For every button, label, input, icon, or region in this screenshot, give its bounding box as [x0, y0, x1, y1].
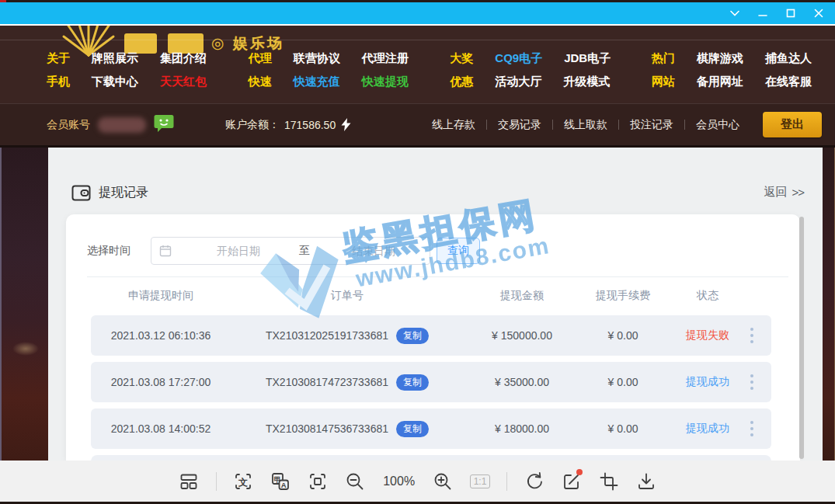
- nav-item[interactable]: 棋牌游戏: [697, 51, 743, 66]
- withdrawal-records-card: 选择时间 至 查询 申请提现时间: [66, 214, 800, 461]
- nav-row-2: 手机下载中心天天红包快速快速充值快速提现优惠活动大厅升级模式网站备用网址在线客服: [47, 75, 821, 89]
- search-button[interactable]: 查询: [437, 238, 480, 264]
- balance-value: 171586.50: [284, 119, 336, 131]
- nav-group: 代理联营协议代理注册: [249, 51, 418, 66]
- nav-item[interactable]: 快速提现: [362, 75, 409, 89]
- rotate-right-icon[interactable]: [524, 471, 544, 492]
- actual-size-button[interactable]: 1:1: [470, 474, 491, 488]
- date-filter-label: 选择时间: [87, 244, 130, 258]
- nav-item[interactable]: 天天红包: [160, 75, 207, 89]
- nav-group: 热门棋牌游戏捕鱼达人: [652, 51, 821, 66]
- account-bar: 会员账号 账户余额：171586.50 线上存款交易记录线上取款投注记录会员中心…: [0, 103, 835, 145]
- nav-item[interactable]: 优惠: [450, 75, 473, 89]
- account-link[interactable]: 交易记录: [487, 118, 552, 132]
- order-number: TX210308174723733681: [266, 376, 388, 388]
- viewer-toolbar: 文 甲A 100% 1:1: [0, 461, 835, 502]
- table-rows: 2021.03.12 06:10:36 TX210312025191733681…: [66, 314, 800, 461]
- nav-item[interactable]: JDB电子: [564, 51, 611, 66]
- end-date-input[interactable]: [315, 244, 433, 258]
- edit-icon[interactable]: [561, 471, 582, 492]
- col-header-fee: 提现手续费: [580, 289, 666, 303]
- date-range-picker[interactable]: 至: [151, 237, 430, 265]
- row-fee: ¥ 0.00: [580, 329, 666, 342]
- table-row: 2021.03.08 14:00:52 TX210308147536733681…: [91, 408, 771, 449]
- copy-button[interactable]: 复制: [396, 374, 429, 391]
- back-chevrons-icon: >>: [792, 186, 804, 199]
- nav-item[interactable]: 代理: [249, 51, 272, 66]
- toolbar-divider: [506, 472, 507, 491]
- chat-message-icon[interactable]: [154, 114, 174, 136]
- zoom-in-icon[interactable]: [433, 471, 454, 492]
- nav-item[interactable]: 下载中心: [92, 75, 138, 89]
- nav-item[interactable]: 关于: [47, 51, 70, 66]
- member-account-label: 会员账号: [47, 118, 90, 132]
- nav-item[interactable]: 热门: [652, 51, 675, 66]
- account-link[interactable]: 线上取款: [553, 118, 618, 132]
- row-request-time: 2021.03.08 14:00:52: [91, 422, 231, 435]
- top-left-red-fragment: [0, 0, 6, 2]
- row-amount: ¥ 150000.00: [464, 329, 580, 342]
- crop-icon[interactable]: [598, 471, 619, 492]
- nav-group: 网站备用网址在线客服: [652, 75, 821, 89]
- logout-button[interactable]: 登出: [763, 112, 822, 137]
- nav-group: 优惠活动大厅升级模式: [450, 75, 619, 89]
- filter-row: 选择时间 至 查询: [66, 214, 800, 265]
- row-request-time: 2021.03.08 17:27:00: [91, 376, 231, 388]
- col-header-order: 订单号: [231, 289, 464, 303]
- nav-item[interactable]: 牌照展示: [92, 51, 138, 66]
- background-image-left: [0, 148, 48, 461]
- nav-item[interactable]: 集团介绍: [160, 51, 207, 66]
- nav-item[interactable]: 升级模式: [563, 75, 610, 89]
- maximize-icon[interactable]: [785, 8, 796, 19]
- nav-item[interactable]: 快速: [249, 75, 272, 89]
- row-request-time: 2021.03.12 06:10:36: [91, 329, 231, 342]
- row-status-badge: 提现失败: [666, 328, 750, 342]
- col-header-status: 状态: [666, 289, 750, 303]
- nav-item[interactable]: 代理注册: [362, 51, 409, 66]
- row-actions-menu[interactable]: [750, 421, 753, 436]
- titlebar: [0, 2, 835, 26]
- nav-item[interactable]: 大奖: [450, 51, 473, 66]
- account-link[interactable]: 会员中心: [685, 118, 750, 132]
- nav-item[interactable]: 在线客服: [765, 75, 812, 89]
- order-number: TX210308147536733681: [266, 422, 388, 435]
- nav-item[interactable]: 备用网址: [697, 75, 743, 89]
- row-order: TX210308147536733681 复制: [231, 421, 464, 437]
- translate-icon[interactable]: 甲A: [270, 471, 291, 492]
- calendar-icon: [151, 245, 179, 257]
- vertical-scrollbar[interactable]: [799, 217, 804, 459]
- minimize-icon[interactable]: [757, 8, 768, 19]
- nav-item[interactable]: CQ9电子: [495, 51, 542, 66]
- account-link[interactable]: 投注记录: [619, 118, 684, 132]
- nav-item[interactable]: 快速充值: [294, 75, 340, 89]
- ocr-text-icon[interactable]: 文: [233, 471, 254, 492]
- refresh-balance-icon[interactable]: [340, 118, 352, 131]
- col-header-time: 申请提现时间: [91, 289, 231, 303]
- start-date-input[interactable]: [179, 244, 297, 258]
- row-actions-menu[interactable]: [750, 328, 753, 343]
- copy-button[interactable]: 复制: [396, 421, 429, 437]
- nav-item[interactable]: 联营协议: [294, 51, 340, 66]
- back-button[interactable]: 返回>>: [764, 185, 804, 200]
- layout-panels-icon[interactable]: [179, 471, 200, 492]
- chevron-down-icon[interactable]: [729, 8, 740, 19]
- copy-button[interactable]: 复制: [396, 328, 429, 344]
- nav-item[interactable]: 捕鱼达人: [765, 51, 812, 66]
- nav-group: 大奖CQ9电子JDB电子: [450, 51, 619, 66]
- member-username-redacted: [98, 117, 146, 133]
- svg-text:A: A: [281, 481, 287, 489]
- top-strip: [0, 0, 835, 2]
- nav-item[interactable]: 手机: [47, 75, 70, 89]
- page-title: 提现记录: [99, 185, 148, 201]
- download-icon[interactable]: [635, 471, 656, 492]
- row-actions-menu[interactable]: [750, 374, 753, 390]
- account-link[interactable]: 线上存款: [421, 118, 486, 132]
- row-status-badge: 提现成功: [666, 422, 750, 436]
- zoom-out-icon[interactable]: [345, 471, 366, 492]
- fit-screen-icon[interactable]: [308, 471, 329, 492]
- nav-item[interactable]: 活动大厅: [495, 75, 541, 89]
- nav-item[interactable]: 网站: [652, 75, 675, 89]
- row-order: TX210308174723733681 复制: [231, 374, 464, 391]
- close-icon[interactable]: [813, 8, 824, 19]
- row-amount: ¥ 35000.00: [464, 376, 580, 388]
